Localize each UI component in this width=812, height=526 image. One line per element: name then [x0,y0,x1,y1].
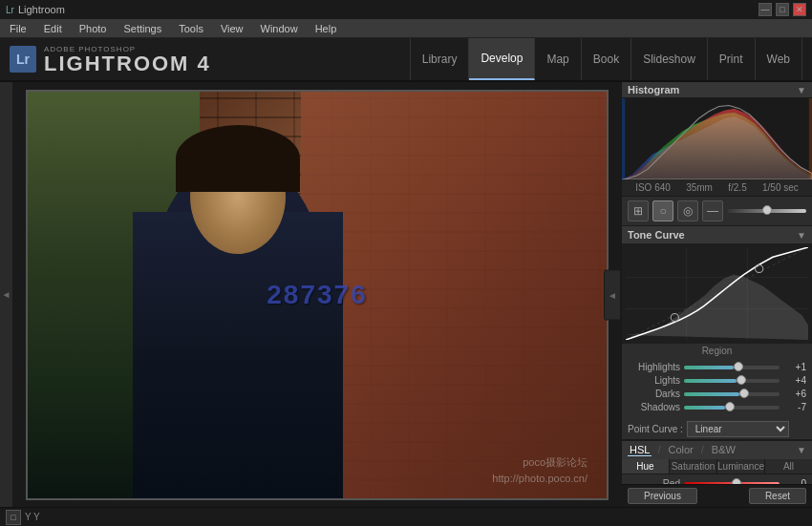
minimize-button[interactable]: — [759,3,772,16]
nav-print[interactable]: Print [708,38,756,80]
focal-value: 35mm [686,182,713,193]
histogram-canvas [622,98,812,179]
hsl-section: HSL / Color / B&W ▼ Hue Saturation Lumin… [622,441,812,484]
highlights-value: +1 [783,362,806,372]
shadows-row: Shadows -7 [628,402,806,412]
red-track[interactable] [684,482,780,485]
hsl-sub-sat[interactable]: Saturation [670,459,717,473]
grad-tool[interactable]: — [702,200,723,221]
shutter-value: 1/50 sec [762,182,799,193]
nav-book[interactable]: Book [582,38,631,80]
right-panel-collapse[interactable]: ◄ [604,269,621,320]
point-curve-select[interactable]: Linear Medium Contrast Strong Contrast [687,421,789,437]
footer-bar: Previous Reset [622,484,812,507]
svg-rect-1 [622,98,625,179]
app-title: Lightroom [18,4,65,15]
titlebar-left: Lr Lightroom [6,4,65,15]
darks-track[interactable] [684,392,780,396]
nav-web[interactable]: Web [756,38,802,80]
menu-view[interactable]: View [217,23,247,34]
maximize-button[interactable]: □ [776,3,789,16]
hsl-arrow[interactable]: ▼ [797,445,806,455]
histogram-title: Histogram [628,84,679,95]
lr-badge: Lr [10,46,36,73]
hsl-tab-hsl[interactable]: HSL [628,444,652,456]
aperture-value: f/2.5 [728,182,746,193]
tone-curve-graph [622,243,812,344]
app-icon: Lr [6,5,14,15]
product-name: LIGHTROOM 4 [44,53,211,74]
previous-button[interactable]: Previous [628,488,697,504]
view-mode-label: Y Y [25,512,40,522]
red-eye-tool[interactable]: ◎ [677,200,698,221]
menu-edit[interactable]: Edit [40,23,66,34]
right-panel: Histogram ▼ [621,82,812,507]
nav-slideshow[interactable]: Slideshow [631,38,708,80]
nav-tabs: Library Develop Map Book Slideshow Print… [410,38,802,80]
hsl-header: HSL / Color / B&W ▼ [622,441,812,459]
darks-row: Darks +6 [628,389,806,399]
photo-frame: 287376 poco摄影论坛 http://photo.poco.cn/ [26,90,609,500]
histogram-header: Histogram ▼ [622,82,812,98]
hsl-sub-tabs: Hue Saturation Luminance All [622,459,812,474]
crop-tool[interactable]: ⊞ [628,200,649,221]
menu-settings[interactable]: Settings [119,23,165,34]
tone-curve-section: Tone Curve ▼ [622,226,812,441]
histogram-arrow[interactable]: ▼ [797,85,806,95]
left-panel-toggle[interactable]: ◄ [1,289,11,300]
shadows-value: -7 [783,402,806,412]
highlights-label: Highlights [628,362,680,372]
hsl-tab-color[interactable]: Color [666,444,694,456]
close-button[interactable]: ✕ [793,3,806,16]
nav-develop[interactable]: Develop [469,38,535,80]
topbar: Lr ADOBE PHOTOSHOP LIGHTROOM 4 Library D… [0,38,812,82]
shadows-track[interactable] [684,406,780,410]
point-curve-row: Point Curve : Linear Medium Contrast Str… [622,419,812,440]
menu-help[interactable]: Help [311,23,341,34]
hsl-tab-bw[interactable]: B&W [710,444,737,456]
watermark2: poco摄影论坛 [523,455,588,470]
nav-library[interactable]: Library [410,38,470,80]
tool-slider[interactable] [727,209,806,213]
lights-value: +4 [783,375,806,386]
region-label: Region [622,344,812,358]
sliders-section: Highlights +1 Lights +4 [622,358,812,419]
hsl-sub-lum[interactable]: Luminance [717,459,765,473]
menu-window[interactable]: Window [257,23,302,34]
titlebar-controls: — □ ✕ [759,3,806,16]
menu-photo[interactable]: Photo [75,23,111,34]
lights-row: Lights +4 [628,375,806,386]
lights-track[interactable] [684,379,780,383]
highlights-row: Highlights +1 [628,362,806,372]
tone-curve-arrow: ▼ [797,230,806,241]
watermark1: 287376 [267,280,367,310]
filmstrip-toggle[interactable]: □ [6,510,21,525]
watermark3: http://photo.poco.cn/ [492,473,588,484]
iso-value: ISO 640 [635,182,671,193]
heal-tool[interactable]: ○ [652,200,673,221]
darks-value: +6 [783,389,806,399]
nav-map[interactable]: Map [535,38,581,80]
point-curve-label: Point Curve : [628,424,683,434]
photo-background: 287376 poco摄影论坛 http://photo.poco.cn/ [28,92,607,498]
hsl-sub-all[interactable]: All [765,459,812,473]
highlights-track[interactable] [684,366,780,369]
right-panel-content: Tone Curve ▼ [622,226,812,484]
tone-curve-svg [626,247,808,340]
photo-area: 287376 poco摄影论坛 http://photo.poco.cn/ ◄ [13,82,621,507]
tone-curve-header[interactable]: Tone Curve ▼ [622,226,812,243]
darks-label: Darks [628,389,680,399]
hsl-tabs: HSL / Color / B&W [628,444,737,456]
menu-file[interactable]: File [6,23,31,34]
logo-area: ADOBE PHOTOSHOP LIGHTROOM 4 [44,45,211,74]
bottom-bar: □ Y Y [0,507,812,526]
main-area: ◄ 287376 poco摄影论坛 http://photo.poco.cn/ [0,82,812,507]
reset-button[interactable]: Reset [749,488,806,504]
lights-label: Lights [628,375,680,386]
hsl-sliders: Red 0 [622,474,812,484]
camera-info: ISO 640 35mm f/2.5 1/50 sec [622,179,812,197]
tone-curve-title: Tone Curve [628,229,685,241]
menu-tools[interactable]: Tools [175,23,207,34]
hsl-sub-hue[interactable]: Hue [622,459,670,473]
left-panel: ◄ [0,82,13,507]
